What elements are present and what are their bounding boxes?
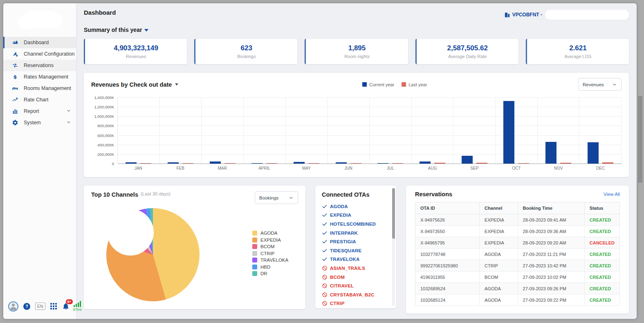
trend-up-icon: [11, 96, 18, 103]
sidebar-item-dashboard[interactable]: Dashboard: [3, 37, 76, 48]
notifications-bell-icon[interactable]: 9+: [62, 302, 70, 310]
ota-item-tidesquare[interactable]: TIDESQUARE: [322, 246, 393, 255]
ota-item-agoda[interactable]: AGODA: [322, 202, 393, 211]
month-column-oct: [496, 97, 538, 164]
month-column-dec: [579, 97, 622, 164]
transfer-arrows-icon: [11, 62, 18, 69]
ota-id-cell[interactable]: 4196311955: [415, 271, 480, 283]
current-year-bar-april[interactable]: [251, 163, 263, 164]
sidebar-footer: ? EN 9+ 67ms: [8, 301, 81, 312]
y-tick-label: 1,200,000K: [94, 105, 114, 109]
sidebar-item-rates-management[interactable]: $Rates Management: [3, 71, 76, 83]
language-selector[interactable]: EN: [35, 303, 45, 310]
sidebar-item-reservations[interactable]: Reservations: [3, 60, 76, 71]
ota-item-partial[interactable]: [322, 308, 393, 308]
ota-item-traveloka[interactable]: TRAVELOKA: [322, 255, 393, 264]
help-icon[interactable]: ?: [23, 303, 30, 310]
last-year-bar-feb[interactable]: [182, 163, 193, 164]
last-year-bar-may[interactable]: [308, 163, 319, 164]
channels-metric-select[interactable]: Bookings: [255, 191, 298, 204]
legend-label: Current year: [369, 82, 394, 87]
sidebar-item-rooms-management[interactable]: Rooms Management: [3, 83, 76, 94]
ota-id-cell[interactable]: 1032778748: [415, 249, 480, 260]
ota-id-cell[interactable]: 999227061925980: [415, 260, 480, 271]
last-year-bar-jul[interactable]: [392, 163, 403, 164]
ota-item-interpark[interactable]: INTERPARK: [322, 229, 393, 238]
logo-redacted-blob: [24, 11, 59, 29]
booking-time-cell: 27-09-2023 11:21 PM: [518, 249, 584, 260]
kpi-card-revenues: 4,903,323,149Revenues: [84, 39, 187, 64]
current-year-bar-aug[interactable]: [420, 162, 431, 164]
y-tick-label: 400,000K: [97, 142, 114, 147]
ota-item-citravel[interactable]: CITRAVEL: [322, 281, 393, 290]
ota-item-bcom[interactable]: BCOM: [322, 273, 393, 282]
summary-dropdown[interactable]: Summary of this year: [84, 27, 629, 33]
sidebar-item-system[interactable]: System: [3, 117, 76, 128]
notification-badge: 9+: [65, 299, 74, 305]
current-year-bar-may[interactable]: [294, 162, 305, 164]
month-column-nov: [538, 97, 580, 164]
legend-label: BCOM: [260, 244, 275, 249]
ota-item-ctrip[interactable]: CTRIP: [322, 299, 393, 308]
last-year-bar-oct[interactable]: [518, 163, 529, 164]
last-year-bar-nov[interactable]: [560, 163, 571, 164]
ota-id-cell[interactable]: 1032685124: [415, 294, 480, 306]
window-scrollbar-thumb[interactable]: [638, 96, 642, 183]
current-year-bar-jan[interactable]: [126, 162, 137, 164]
sidebar-item-label: Channel Configuration: [24, 51, 74, 57]
current-year-bar-jun[interactable]: [336, 162, 347, 164]
chart-title-dropdown[interactable]: Revenues by Check out date: [91, 81, 178, 88]
ota-item-hotelscombined[interactable]: HOTELSCOMBINED: [322, 220, 393, 229]
metric-select[interactable]: Revenues: [578, 78, 622, 91]
ota-item-asian_trails[interactable]: ASIAN_TRAILS: [322, 264, 393, 273]
sidebar-item-channel-configuration[interactable]: Channel Configuration: [3, 48, 76, 60]
current-year-bar-oct[interactable]: [503, 101, 514, 164]
reservations-header: Reservations View All: [415, 191, 620, 197]
topbar: Dashboard VPCOBFNT -: [84, 9, 629, 20]
current-year-bar-sep[interactable]: [462, 156, 473, 164]
current-year-bar-dec[interactable]: [588, 142, 599, 164]
view-all-link[interactable]: View All: [604, 192, 620, 197]
booking-time-cell: 27-09-2023 09:26 PM: [518, 283, 584, 294]
current-year-bar-mar[interactable]: [210, 162, 221, 164]
ota-label: HOTELSCOMBINED: [330, 222, 376, 227]
last-year-bar-april[interactable]: [266, 163, 277, 164]
user-avatar[interactable]: [8, 301, 18, 312]
sidebar-item-label: Report: [24, 108, 39, 114]
ota-scrollbar-thumb[interactable]: [392, 188, 395, 239]
ota-id-cell[interactable]: 1032689524: [415, 283, 480, 294]
current-year-bar-jul[interactable]: [377, 163, 388, 164]
column-header-ota-id: OTA ID: [415, 202, 480, 214]
status-cell: CREATED: [584, 249, 619, 260]
ota-id-cell[interactable]: X-94975626: [415, 214, 480, 226]
ota-id-cell[interactable]: X-94973550: [415, 226, 480, 237]
summary-label: Summary of this year: [84, 27, 142, 33]
channel-config-icon: [11, 51, 18, 58]
sidebar-item-rate-chart[interactable]: Rate Chart: [3, 94, 76, 105]
dollar-icon: $: [11, 74, 18, 81]
last-year-bar-sep[interactable]: [476, 163, 487, 164]
apps-grid-icon[interactable]: [50, 303, 57, 310]
last-year-bar-dec[interactable]: [602, 162, 613, 164]
ota-id-cell[interactable]: X-94965795: [415, 237, 480, 249]
sidebar-item-report[interactable]: Report: [3, 105, 76, 117]
property-selector[interactable]: VPCOBFNT -: [504, 10, 629, 20]
last-year-bar-mar[interactable]: [224, 163, 236, 164]
donut-legend-item-bcom: BCOM: [252, 244, 288, 249]
month-column-feb: [160, 97, 202, 164]
last-year-bar-jan[interactable]: [140, 163, 151, 164]
ota-item-prestigia[interactable]: PRESTIGIA: [322, 237, 393, 246]
month-column-sep: [453, 97, 496, 164]
bottom-row: Top 10 Channels (Last 30 days) Bookings …: [84, 186, 629, 314]
chevron-down-icon: [66, 119, 71, 126]
channel-cell: BCOM: [480, 271, 518, 283]
ota-item-expedia[interactable]: EXPEDIA: [322, 211, 393, 220]
current-year-bar-nov[interactable]: [545, 142, 556, 164]
current-year-bar-feb[interactable]: [168, 162, 179, 164]
ota-label: CTRIP: [330, 301, 345, 306]
ota-item-crystabaya_b2c[interactable]: CRYSTABAYA_B2C: [322, 290, 393, 299]
chart-legend: Current yearLast year: [362, 82, 427, 87]
last-year-bar-aug[interactable]: [434, 163, 445, 164]
last-year-bar-jun[interactable]: [350, 163, 361, 164]
kpi-value: 623: [241, 44, 252, 52]
